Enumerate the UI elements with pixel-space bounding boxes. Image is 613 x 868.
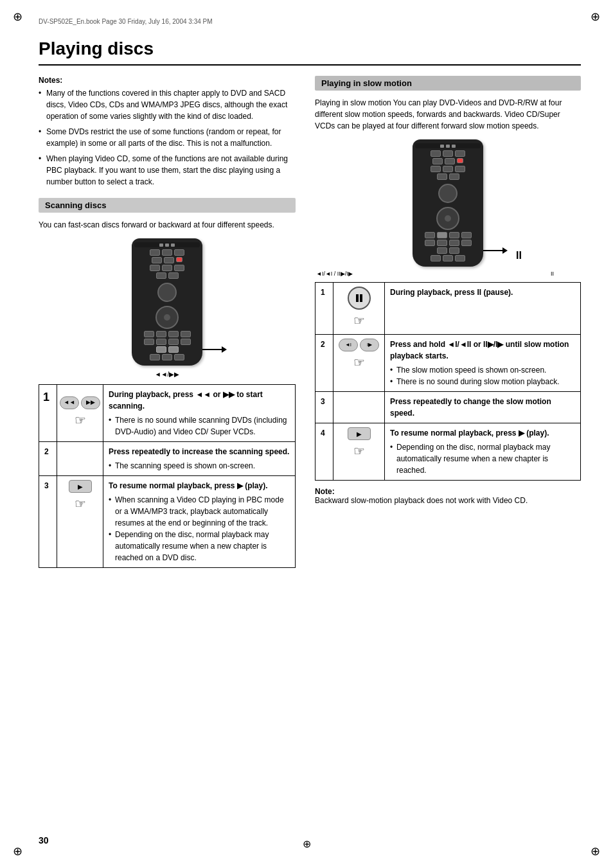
rew-btn-icon: ◄◄ — [60, 396, 79, 409]
slow-motion-labels: ◄I/◄I / II▶/I▶ II — [315, 270, 581, 277]
notes-list: Many of the functions covered in this ch… — [39, 87, 296, 188]
scanning-step-1: 1 ◄◄ ▶▶ ☞ During playback, press ◄◄ or ▶… — [39, 385, 296, 442]
slow-step-num-2: 2 — [315, 335, 333, 392]
slow-hand-icon-4: ☞ — [339, 441, 379, 461]
slow-step-num-1: 1 — [315, 283, 333, 335]
right-column: Playing in slow motion Playing in slow m… — [315, 76, 581, 568]
slow-hand-icon-2: ☞ — [339, 353, 379, 372]
scanning-step-2: 2 Press repeatedly to increase the scann… — [39, 442, 296, 476]
slow-step-4-bullet-1: Depending on the disc, normal playback m… — [390, 441, 575, 476]
page-number: 30 — [39, 835, 49, 846]
slow-motion-remote-container: II — [315, 139, 581, 267]
slow-step-icon-3 — [333, 392, 385, 423]
slow-motion-steps-table: 1 ☞ During playback, press II (pause). 2 — [315, 282, 581, 481]
two-column-layout: Notes: Many of the functions covered in … — [39, 76, 581, 568]
step-icon-3: ▶ ☞ — [57, 476, 103, 568]
slow-motion-remote — [413, 139, 483, 267]
scanning-remote — [132, 238, 202, 366]
step-num-3: 3 — [39, 476, 57, 568]
pause-icon — [348, 287, 371, 310]
step-num-1: 1 — [39, 385, 57, 442]
scanning-intro: You can fast-scan discs forward or backw… — [39, 219, 296, 231]
scanning-step-3: 3 ▶ ☞ To resume normal playback, press ▶… — [39, 476, 296, 568]
slow-motion-left-label: ◄I/◄I / II▶/I▶ — [316, 270, 353, 277]
bottom-note-label: Note: — [315, 487, 335, 496]
slow-step-text-4: To resume normal playback, press ▶ (play… — [385, 423, 581, 481]
page-container: ⊕ ⊕ ⊕ ⊕ DV-SP502E_En.book Page 30 Friday… — [0, 0, 613, 868]
bottom-note: Note: Backward slow-motion playback does… — [315, 487, 581, 505]
file-info: DV-SP502E_En.book Page 30 Friday, July 1… — [39, 18, 213, 25]
slow-ff-btn: I▶ — [360, 339, 379, 351]
slow-motion-right-label: II — [551, 270, 554, 277]
notes-label: Notes: — [39, 76, 296, 85]
slow-step-text-1: During playback, press II (pause). — [385, 283, 581, 335]
ff-btn-icon: ▶▶ — [81, 396, 100, 409]
corner-mark-tl: ⊕ — [13, 10, 22, 24]
step-text-2: Press repeatedly to increase the scannin… — [103, 442, 296, 476]
scanning-arrow-label: ◄◄/▶▶ — [39, 371, 296, 378]
note-item-3: When playing Video CD, some of the funct… — [39, 153, 296, 188]
corner-mark-tr: ⊕ — [591, 10, 600, 24]
step-icon-1: ◄◄ ▶▶ ☞ — [57, 385, 103, 442]
slow-step-num-3: 3 — [315, 392, 333, 423]
slow-motion-intro: Playing in slow motion You can play DVD-… — [315, 97, 581, 132]
left-column: Notes: Many of the functions covered in … — [39, 76, 296, 568]
slow-play-btn-icon: ▶ — [348, 427, 371, 440]
slow-step-num-4: 4 — [315, 423, 333, 481]
step-text-1: During playback, press ◄◄ or ▶▶ to start… — [103, 385, 296, 442]
slow-step-text-2: Press and hold ◄I/◄II or II▶/I▶ until sl… — [385, 335, 581, 392]
corner-mark-bl: ⊕ — [13, 844, 22, 858]
slow-motion-section-header: Playing in slow motion — [315, 76, 581, 91]
slow-step-2-bullet-2: There is no sound during slow motion pla… — [390, 376, 575, 387]
scanning-steps-table: 1 ◄◄ ▶▶ ☞ During playback, press ◄◄ or ▶… — [39, 384, 296, 568]
scanning-section-header: Scanning discs — [39, 198, 296, 213]
slow-step-2: 2 ◄I I▶ ☞ Press and hold ◄I/◄II or II▶/I… — [315, 335, 581, 392]
step-text-3: To resume normal playback, press ▶ (play… — [103, 476, 296, 568]
bottom-note-text: Backward slow-motion playback does not w… — [315, 496, 528, 505]
slow-step-icon-2: ◄I I▶ ☞ — [333, 335, 385, 392]
slow-hand-icon-1: ☞ — [339, 311, 379, 330]
page-title: Playing discs — [39, 39, 581, 66]
center-crosshair-bottom: ⊕ — [303, 838, 311, 850]
step-3-bullet-2: Depending on the disc, normal playback m… — [109, 529, 290, 563]
step-3-bullet-1: When scanning a Video CD playing in PBC … — [109, 494, 290, 529]
play-btn-icon: ▶ — [69, 480, 92, 493]
slow-step-text-3: Press repeatedly to change the slow moti… — [385, 392, 581, 423]
slow-step-icon-1: ☞ — [333, 283, 385, 335]
pause-indicator: II — [516, 250, 522, 261]
slow-step-4: 4 ▶ ☞ To resume normal playback, press ▶… — [315, 423, 581, 481]
slow-rew-btn: ◄I — [339, 339, 358, 351]
note-item-2: Some DVDs restrict the use of some funct… — [39, 126, 296, 149]
slow-step-icon-4: ▶ ☞ — [333, 423, 385, 481]
slow-step-2-bullet-1: The slow motion speed is shown on-screen… — [390, 364, 575, 376]
slow-step-3: 3 Press repeatedly to change the slow mo… — [315, 392, 581, 423]
step-num-2: 2 — [39, 442, 57, 476]
step-2-bullet-1: The scanning speed is shown on-screen. — [109, 460, 290, 472]
step-icon-2 — [57, 442, 103, 476]
corner-mark-br: ⊕ — [591, 844, 600, 858]
scanning-remote-container — [39, 238, 296, 366]
slow-step-1: 1 ☞ During playback, press II (pause). — [315, 283, 581, 335]
hand-icon-3: ☞ — [62, 494, 98, 513]
note-item-1: Many of the functions covered in this ch… — [39, 87, 296, 122]
hand-icon-1: ☞ — [60, 411, 100, 430]
step-1-bullet-1: There is no sound while scanning DVDs (i… — [109, 414, 290, 438]
